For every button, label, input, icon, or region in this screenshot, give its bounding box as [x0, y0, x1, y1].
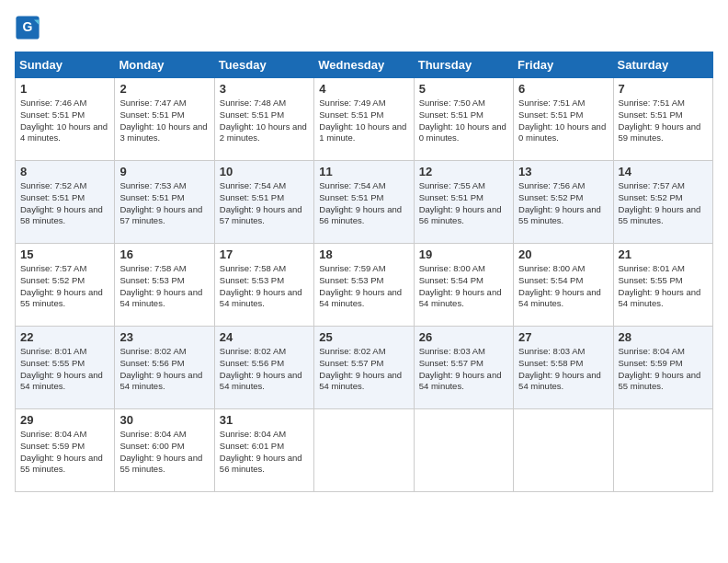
header-day-monday: Monday: [115, 52, 214, 78]
cell-content: Sunrise: 8:04 AM Sunset: 6:01 PM Dayligh…: [220, 429, 309, 476]
cell-content: Sunrise: 8:02 AM Sunset: 5:57 PM Dayligh…: [319, 346, 408, 393]
day-number: 29: [20, 413, 109, 427]
day-cell: 15 Sunrise: 7:57 AM Sunset: 5:52 PM Dayl…: [16, 244, 115, 327]
day-number: 11: [319, 165, 408, 178]
day-cell: 29 Sunrise: 8:04 AM Sunset: 5:59 PM Dayl…: [16, 409, 115, 492]
day-cell: 4 Sunrise: 7:49 AM Sunset: 5:51 PM Dayli…: [314, 78, 414, 161]
cell-content: Sunrise: 7:54 AM Sunset: 5:51 PM Dayligh…: [220, 180, 309, 227]
day-cell: 25 Sunrise: 8:02 AM Sunset: 5:57 PM Dayl…: [314, 327, 414, 409]
cell-content: Sunrise: 7:46 AM Sunset: 5:51 PM Dayligh…: [20, 98, 109, 144]
cell-content: Sunrise: 8:00 AM Sunset: 5:54 PM Dayligh…: [419, 263, 508, 310]
day-number: 14: [619, 165, 708, 178]
day-number: 10: [220, 165, 309, 178]
day-number: 6: [518, 82, 608, 96]
day-number: 20: [518, 247, 608, 261]
cell-content: Sunrise: 7:48 AM Sunset: 5:51 PM Dayligh…: [220, 98, 309, 144]
logo-icon: G: [15, 15, 40, 40]
week-row-1: 1 Sunrise: 7:46 AM Sunset: 5:51 PM Dayli…: [16, 78, 713, 161]
calendar-table: SundayMondayTuesdayWednesdayThursdayFrid…: [15, 52, 713, 492]
header-day-saturday: Saturday: [613, 52, 712, 78]
day-number: 12: [419, 165, 508, 178]
cell-content: Sunrise: 8:03 AM Sunset: 5:58 PM Dayligh…: [518, 346, 608, 393]
day-cell: 20 Sunrise: 8:00 AM Sunset: 5:54 PM Dayl…: [514, 244, 613, 327]
day-cell: 21 Sunrise: 8:01 AM Sunset: 5:55 PM Dayl…: [613, 244, 712, 327]
cell-content: Sunrise: 8:02 AM Sunset: 5:56 PM Dayligh…: [220, 346, 309, 393]
day-cell: 31 Sunrise: 8:04 AM Sunset: 6:01 PM Dayl…: [214, 409, 313, 492]
day-cell: 9 Sunrise: 7:53 AM Sunset: 5:51 PM Dayli…: [115, 161, 214, 244]
week-row-2: 8 Sunrise: 7:52 AM Sunset: 5:51 PM Dayli…: [16, 161, 713, 244]
header-day-tuesday: Tuesday: [214, 52, 313, 78]
header-day-sunday: Sunday: [16, 52, 115, 78]
day-number: 28: [619, 330, 708, 344]
day-cell: 1 Sunrise: 7:46 AM Sunset: 5:51 PM Dayli…: [16, 78, 115, 161]
day-cell: 28 Sunrise: 8:04 AM Sunset: 5:59 PM Dayl…: [613, 327, 712, 409]
cell-content: Sunrise: 7:58 AM Sunset: 5:53 PM Dayligh…: [119, 263, 209, 310]
week-row-4: 22 Sunrise: 8:01 AM Sunset: 5:55 PM Dayl…: [16, 327, 713, 409]
cell-content: Sunrise: 7:56 AM Sunset: 5:52 PM Dayligh…: [518, 180, 608, 227]
week-row-5: 29 Sunrise: 8:04 AM Sunset: 5:59 PM Dayl…: [16, 409, 713, 492]
cell-content: Sunrise: 7:58 AM Sunset: 5:53 PM Dayligh…: [220, 263, 309, 310]
header: G: [15, 15, 713, 40]
cell-content: Sunrise: 7:52 AM Sunset: 5:51 PM Dayligh…: [20, 180, 109, 227]
day-cell: 3 Sunrise: 7:48 AM Sunset: 5:51 PM Dayli…: [214, 78, 313, 161]
cell-content: Sunrise: 7:53 AM Sunset: 5:51 PM Dayligh…: [119, 180, 209, 227]
day-number: 9: [119, 165, 209, 178]
day-number: 15: [20, 247, 109, 261]
day-number: 13: [518, 165, 608, 178]
cell-content: Sunrise: 8:04 AM Sunset: 5:59 PM Dayligh…: [20, 429, 109, 476]
day-number: 18: [319, 247, 408, 261]
day-cell: 11 Sunrise: 7:54 AM Sunset: 5:51 PM Dayl…: [314, 161, 414, 244]
day-cell: 7 Sunrise: 7:51 AM Sunset: 5:51 PM Dayli…: [613, 78, 712, 161]
cell-content: Sunrise: 7:51 AM Sunset: 5:51 PM Dayligh…: [619, 98, 708, 144]
day-cell: 27 Sunrise: 8:03 AM Sunset: 5:58 PM Dayl…: [514, 327, 613, 409]
logo: G: [15, 15, 44, 40]
day-number: 21: [619, 247, 708, 261]
day-number: 7: [619, 82, 708, 96]
day-number: 27: [518, 330, 608, 344]
day-cell: 30 Sunrise: 8:04 AM Sunset: 6:00 PM Dayl…: [115, 409, 214, 492]
cell-content: Sunrise: 7:57 AM Sunset: 5:52 PM Dayligh…: [619, 180, 708, 227]
day-cell: 17 Sunrise: 7:58 AM Sunset: 5:53 PM Dayl…: [214, 244, 313, 327]
days-header-row: SundayMondayTuesdayWednesdayThursdayFrid…: [16, 52, 713, 78]
svg-text:G: G: [23, 19, 33, 34]
day-number: 23: [119, 330, 209, 344]
day-number: 4: [319, 82, 408, 96]
day-number: 8: [20, 165, 109, 178]
day-cell: 10 Sunrise: 7:54 AM Sunset: 5:51 PM Dayl…: [214, 161, 313, 244]
cell-content: Sunrise: 7:51 AM Sunset: 5:51 PM Dayligh…: [518, 98, 608, 144]
cell-content: Sunrise: 7:57 AM Sunset: 5:52 PM Dayligh…: [20, 263, 109, 310]
day-cell: 13 Sunrise: 7:56 AM Sunset: 5:52 PM Dayl…: [514, 161, 613, 244]
day-number: 26: [419, 330, 508, 344]
cell-content: Sunrise: 8:03 AM Sunset: 5:57 PM Dayligh…: [419, 346, 508, 393]
day-cell: 2 Sunrise: 7:47 AM Sunset: 5:51 PM Dayli…: [115, 78, 214, 161]
day-cell: 26 Sunrise: 8:03 AM Sunset: 5:57 PM Dayl…: [414, 327, 513, 409]
day-cell: 22 Sunrise: 8:01 AM Sunset: 5:55 PM Dayl…: [16, 327, 115, 409]
day-number: 30: [119, 413, 209, 427]
day-cell: [314, 409, 414, 492]
day-number: 16: [119, 247, 209, 261]
day-cell: 24 Sunrise: 8:02 AM Sunset: 5:56 PM Dayl…: [214, 327, 313, 409]
cell-content: Sunrise: 7:49 AM Sunset: 5:51 PM Dayligh…: [319, 98, 408, 144]
cell-content: Sunrise: 7:59 AM Sunset: 5:53 PM Dayligh…: [319, 263, 408, 310]
day-number: 24: [220, 330, 309, 344]
day-cell: 16 Sunrise: 7:58 AM Sunset: 5:53 PM Dayl…: [115, 244, 214, 327]
day-number: 25: [319, 330, 408, 344]
day-number: 2: [119, 82, 209, 96]
cell-content: Sunrise: 7:55 AM Sunset: 5:51 PM Dayligh…: [419, 180, 508, 227]
cell-content: Sunrise: 8:01 AM Sunset: 5:55 PM Dayligh…: [20, 346, 109, 393]
day-number: 3: [220, 82, 309, 96]
cell-content: Sunrise: 7:54 AM Sunset: 5:51 PM Dayligh…: [319, 180, 408, 227]
day-number: 5: [419, 82, 508, 96]
cell-content: Sunrise: 7:50 AM Sunset: 5:51 PM Dayligh…: [419, 98, 508, 144]
header-day-friday: Friday: [514, 52, 613, 78]
day-cell: 19 Sunrise: 8:00 AM Sunset: 5:54 PM Dayl…: [414, 244, 513, 327]
day-cell: [613, 409, 712, 492]
day-number: 19: [419, 247, 508, 261]
header-day-wednesday: Wednesday: [314, 52, 414, 78]
day-cell: [514, 409, 613, 492]
cell-content: Sunrise: 8:04 AM Sunset: 5:59 PM Dayligh…: [619, 346, 708, 393]
cell-content: Sunrise: 8:04 AM Sunset: 6:00 PM Dayligh…: [119, 429, 209, 476]
day-cell: [414, 409, 513, 492]
day-cell: 8 Sunrise: 7:52 AM Sunset: 5:51 PM Dayli…: [16, 161, 115, 244]
day-number: 22: [20, 330, 109, 344]
